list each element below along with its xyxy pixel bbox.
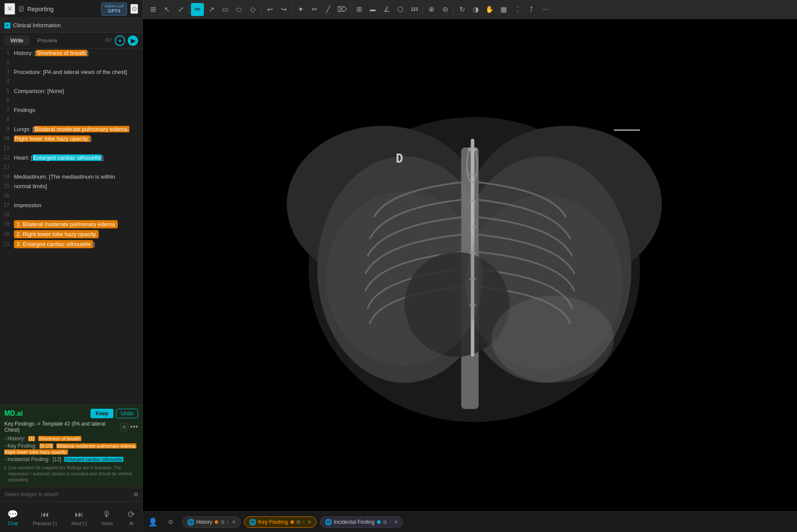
line-row: 18 xyxy=(0,210,142,220)
mdai-header: MD.ai Keep Undo xyxy=(4,409,138,418)
viewer-area: D xyxy=(143,19,797,511)
viewer-tab-incidental[interactable]: 🌐 Incidental Finding ⧉ ↑ ✕ xyxy=(320,516,403,528)
table-icon[interactable]: ⊞ xyxy=(352,3,365,16)
svg-point-22 xyxy=(492,296,614,383)
line-row: 16 xyxy=(0,191,142,201)
line-row: 2 xyxy=(0,58,142,67)
cursor2-icon[interactable]: ✦ xyxy=(294,3,307,16)
line-row: 13 xyxy=(0,163,142,172)
llm-badge: Active LLM GPT4 xyxy=(101,3,127,16)
grid3-icon[interactable]: ▦ xyxy=(497,3,510,16)
viewer-tabs: 🌐 History ⧉ ↑ ✕ 🌐 Key Finding ⧉ ↑ ✕ 🌐 In… xyxy=(179,516,797,528)
ruler-icon[interactable]: ▬ xyxy=(366,3,379,16)
mdai-logo: MD.ai xyxy=(4,410,23,417)
fullscreen-icon[interactable]: ⤢ xyxy=(174,3,187,16)
globe-icon-keyfinding: 🌐 xyxy=(249,519,256,526)
ai-label: AI xyxy=(129,521,133,526)
nav-ai[interactable]: ⟳ AI xyxy=(124,507,139,528)
bottom-nav: 💬 Chat ⏮ Previous [ ] ⏭ Next [ ] 🎙 Voice… xyxy=(0,502,142,532)
toolbar-separator-2 xyxy=(261,4,261,15)
tab-preview[interactable]: Preview xyxy=(31,35,63,45)
next-section-button[interactable]: ▶ xyxy=(128,35,138,46)
line-icon[interactable]: ╱ xyxy=(322,3,335,16)
impression-highlight-3: 3. Enlarged cardiac silhouette xyxy=(14,240,93,248)
number-icon[interactable]: 123 xyxy=(408,3,421,16)
diamond-icon[interactable]: ◇ xyxy=(246,3,259,16)
redo-icon[interactable]: ↪ xyxy=(277,3,290,16)
eraser-icon[interactable]: ⌦ xyxy=(336,3,348,16)
keyfinding-tab-icon1[interactable]: ⧉ xyxy=(297,519,300,525)
svg-rect-15 xyxy=(469,200,476,202)
more-options-button[interactable]: ••• xyxy=(130,423,138,432)
incidental-tab-close[interactable]: ✕ xyxy=(394,519,398,525)
line-row: 1 History: [Shortness of breath] xyxy=(0,48,142,58)
add-section-button[interactable]: + xyxy=(115,35,125,46)
invert-icon[interactable]: ◑ xyxy=(469,3,482,16)
rotate-icon[interactable]: ↻ xyxy=(455,3,468,16)
toolbar-separator-5 xyxy=(423,4,423,15)
image-attach-area: Select images to attach ⊞ xyxy=(0,487,142,502)
svg-point-20 xyxy=(326,191,483,365)
close-button[interactable]: ✕ xyxy=(4,3,15,15)
arrow-icon[interactable]: ↗ xyxy=(205,3,218,16)
list-icon[interactable]: ⚙ xyxy=(163,519,179,526)
keep-button[interactable]: Keep xyxy=(90,409,113,418)
ellipse-icon[interactable]: ⬭ xyxy=(232,3,245,16)
export-icon[interactable]: ⤴ xyxy=(525,3,538,16)
clinical-info-label: Clinical Information xyxy=(13,22,61,29)
history-tab-icon1[interactable]: ⧉ xyxy=(221,519,225,525)
pencil-icon[interactable]: ✏ xyxy=(308,3,321,16)
toolbar-separator-4 xyxy=(350,4,351,15)
viewer-tab-history[interactable]: 🌐 History ⧉ ↑ ✕ xyxy=(182,516,241,528)
nav-voice[interactable]: 🎙 Voice xyxy=(98,508,116,528)
globe-icon-history: 🌐 xyxy=(187,519,194,526)
dots2-icon[interactable]: ⁚ xyxy=(511,3,524,16)
previous-label: Previous [ ] xyxy=(33,521,57,526)
copy-button[interactable]: ⧉ xyxy=(120,423,128,431)
undo-icon[interactable]: ↩ xyxy=(263,3,276,16)
grid-icon[interactable]: ⊞ xyxy=(146,3,159,16)
history-tab-icon2[interactable]: ↑ xyxy=(226,519,229,525)
nav-previous[interactable]: ⏮ Previous [ ] xyxy=(29,508,60,528)
attach-icon[interactable]: ⊞ xyxy=(134,491,138,497)
line-row: 6 xyxy=(0,96,142,106)
nav-next[interactable]: ⏭ Next [ ] xyxy=(68,508,90,528)
pan-icon[interactable]: ✋ xyxy=(483,3,496,16)
angle-icon[interactable]: ∠ xyxy=(380,3,393,16)
more-icon[interactable]: ⋯ xyxy=(539,3,552,16)
cursor-icon[interactable]: ↖ xyxy=(160,3,173,16)
incidental-tab-icon1[interactable]: ⧉ xyxy=(383,519,387,525)
toolbar-separator-3 xyxy=(292,4,292,15)
mdai-findings-title: Key Findings -> Template #2 (PA and late… xyxy=(4,421,138,433)
viewer-tab-keyfinding[interactable]: 🌐 Key Finding ⧉ ↑ ✕ xyxy=(244,516,316,528)
keyfinding-tab-close[interactable]: ✕ xyxy=(307,519,312,525)
line-row: 15 normal limits] xyxy=(0,182,142,191)
editor-area[interactable]: 1 History: [Shortness of breath] 2 3 Pro… xyxy=(0,48,142,405)
cardiac-silhouette-highlight: Enlarged cardiac silhouette xyxy=(32,154,102,161)
history-dot xyxy=(215,520,218,524)
d-marker: D xyxy=(396,151,403,166)
line-row: 5 Comparison: [None] xyxy=(0,87,142,96)
nav-chat[interactable]: 💬 Chat xyxy=(4,507,22,528)
person-icon[interactable]: 👤 xyxy=(143,517,163,527)
gear-button[interactable]: ⚙ xyxy=(130,4,138,14)
history-tab-close[interactable]: ✕ xyxy=(232,519,236,525)
incidental-text: Enlarged cardiac silhouette xyxy=(64,457,123,462)
keyfinding-tab-icon2[interactable]: ↑ xyxy=(302,519,305,525)
zoom-in-icon[interactable]: ⊕ xyxy=(425,3,438,16)
incidental-dot xyxy=(377,520,381,524)
mdai-actions: Keep Undo xyxy=(90,409,138,418)
tab-actions: 397 + ▶ xyxy=(105,35,138,46)
zoom-out-icon[interactable]: ⊖ xyxy=(439,3,452,16)
previous-icon: ⏮ xyxy=(41,510,49,519)
header-bar: ✕ Reporting Active LLM GPT4 ⚙ xyxy=(0,0,142,18)
polygon-icon[interactable]: ⬡ xyxy=(394,3,407,16)
ai-icon: ⟳ xyxy=(128,509,135,519)
incidental-tab-icon2[interactable]: ↑ xyxy=(389,519,391,525)
undo-button[interactable]: Undo xyxy=(116,409,138,418)
tab-write[interactable]: Write xyxy=(4,35,29,45)
shortness-of-breath-highlight: Shortness of breath xyxy=(36,50,87,56)
annotate-active-icon[interactable]: ✏ xyxy=(191,3,204,16)
rect-icon[interactable]: ▭ xyxy=(219,3,232,16)
app-title: Reporting xyxy=(19,6,98,13)
